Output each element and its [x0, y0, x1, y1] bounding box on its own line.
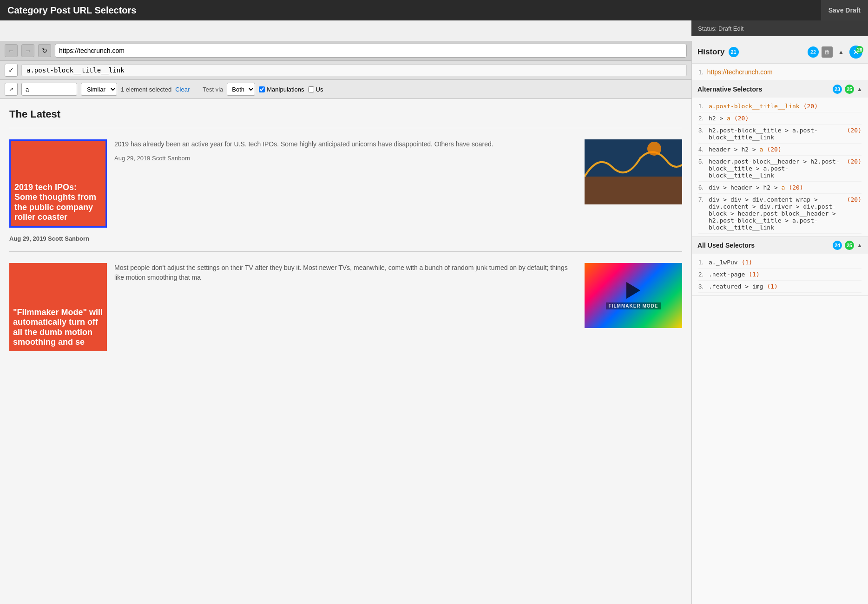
match-mode-select[interactable]: Similar	[81, 83, 117, 96]
all-used-selectors-title: All Used Selectors	[697, 242, 830, 249]
up-arrow-icon[interactable]: ▲	[835, 46, 847, 58]
history-url-link[interactable]: https://techcrunch.com	[707, 68, 773, 76]
clear-button[interactable]: Clear	[175, 86, 190, 93]
article-date-below: Aug 29, 2019 Scott Sanborn	[9, 233, 682, 246]
alt-selectors-header[interactable]: Alternative Selectors 23 25 ▲	[692, 81, 868, 98]
refresh-icon: ↻	[42, 47, 47, 54]
all-used-count: 25	[845, 241, 854, 250]
collapse-arrow-icon[interactable]: ▲	[857, 86, 862, 92]
close-button[interactable]: 26 ✕	[849, 46, 862, 59]
sel-num-5: 5.	[698, 158, 707, 165]
sel-text-4: header > h2 > a	[709, 146, 763, 153]
alt-selectors-list: 1. a.post-block__title__link (20) 2. h2 …	[692, 98, 868, 236]
article-image-2: FILMMAKER MODE	[585, 263, 682, 328]
url-input[interactable]	[55, 44, 687, 58]
sel-num-6: 6.	[698, 184, 707, 191]
article-item-2: "Filmmaker Mode" will automatically turn…	[9, 257, 682, 357]
article-thumb-title-1: 2019 tech IPOs: Some thoughts from the p…	[14, 183, 102, 223]
confirm-selector-button[interactable]: ✓	[5, 64, 18, 77]
browser-panel: ← → ↻ ✓ a.post-block__title__link ↗ Si	[0, 41, 691, 604]
checkmark-icon: ✓	[8, 66, 14, 74]
alt-selector-7[interactable]: 7. div > div > div.content-wrap > div.co…	[698, 194, 861, 234]
manipulations-label: Manipulations	[267, 86, 304, 93]
alt-selector-4[interactable]: 4. header > h2 > a (20)	[698, 144, 861, 156]
test-mode-select[interactable]: Both	[227, 83, 255, 96]
manipulations-checkbox[interactable]	[259, 86, 265, 92]
svg-rect-1	[585, 177, 682, 204]
sel-text-2: h2 > a	[709, 115, 730, 122]
test-toolbar: ↗ Similar 1 element selected Clear Test …	[0, 80, 691, 99]
all-used-badge: 24	[833, 241, 842, 250]
external-link-button[interactable]: ↗	[5, 83, 18, 96]
used-selector-2[interactable]: 2. .next-page (1)	[698, 269, 861, 281]
selector-display: a.post-block__title__link	[21, 64, 687, 76]
article-date-author-1: Aug 29, 2019 Scott Sanborn	[114, 155, 577, 162]
browser-toolbar: ← → ↻	[0, 41, 691, 61]
filmmaker-label: FILMMAKER MODE	[606, 302, 661, 309]
used-count-1: (1)	[742, 259, 752, 266]
manipulations-group[interactable]: Manipulations	[259, 86, 304, 93]
forward-button[interactable]: →	[21, 44, 34, 57]
alt-selector-1[interactable]: 1. a.post-block__title__link (20)	[698, 100, 861, 112]
sel-num-1: 1.	[698, 103, 707, 110]
sel-num-4: 4.	[698, 146, 707, 153]
article-meta-1: 2019 has already been an active year for…	[114, 139, 577, 162]
used-text-2: .next-page	[709, 271, 745, 278]
sel-num-7: 7.	[698, 196, 707, 203]
right-panel: History 21 22 🗑 ▲ 26 ✕ 1. https://techcr…	[691, 41, 868, 604]
save-draft-label: Save Draft	[829, 7, 861, 14]
all-used-list: 1. a._1wPuv (1) 2. .next-page (1) 3. .fe…	[692, 254, 868, 295]
us-label: Us	[316, 86, 323, 93]
header-icons: 22 🗑 ▲ 26 ✕	[808, 46, 862, 59]
alt-selectors-section: Alternative Selectors 23 25 ▲ 1. a.post-…	[692, 81, 868, 237]
sel-num-3: 3.	[698, 127, 707, 134]
alt-selector-6[interactable]: 6. div > header > h2 > a (20)	[698, 182, 861, 194]
alt-selectors-title: Alternative Selectors	[697, 85, 830, 93]
refresh-button[interactable]: ↻	[38, 44, 51, 57]
us-group[interactable]: Us	[308, 86, 323, 93]
browser-content[interactable]: The Latest 2019 tech IPOs: Some thoughts…	[0, 99, 691, 604]
used-num-1: 1.	[698, 259, 707, 266]
sel-count-6: (20)	[789, 184, 803, 191]
external-link-icon: ↗	[9, 86, 13, 92]
element-count: 1 element selected	[121, 86, 171, 93]
alt-selector-3[interactable]: 3. h2.post-block__title > a.post-block__…	[698, 125, 861, 144]
article-thumb-2[interactable]: "Filmmaker Mode" will automatically turn…	[9, 263, 107, 351]
header-badge-22: 22	[808, 46, 819, 58]
history-title: History	[697, 47, 725, 57]
sel-num-2: 2.	[698, 115, 707, 122]
close-badge: 26	[856, 46, 863, 53]
all-used-collapse-icon[interactable]: ▲	[857, 242, 862, 249]
used-selector-1[interactable]: 1. a._1wPuv (1)	[698, 256, 861, 269]
delete-icon[interactable]: 🗑	[822, 46, 833, 58]
used-selector-3[interactable]: 3. .featured > img (1)	[698, 281, 861, 293]
used-count-2: (1)	[749, 271, 759, 278]
alt-selector-2[interactable]: 2. h2 > a (20)	[698, 112, 861, 125]
all-used-selectors-section: All Used Selectors 24 25 ▲ 1. a._1wPuv (…	[692, 237, 868, 296]
alt-selector-5[interactable]: 5. header.post-block__header > h2.post-b…	[698, 156, 861, 182]
us-checkbox[interactable]	[308, 86, 314, 92]
history-url-num: 1.	[698, 69, 704, 76]
back-icon: ←	[8, 47, 14, 54]
article-snippet-2: Most people don't adjust the settings on…	[114, 263, 577, 282]
save-draft-bar: Save Draft	[821, 0, 868, 20]
back-button[interactable]: ←	[5, 44, 18, 57]
svg-point-2	[647, 142, 661, 156]
sel-text-5: header.post-block__header > h2.post-bloc…	[709, 158, 843, 179]
history-url-item: 1. https://techcrunch.com	[692, 64, 868, 81]
used-num-3: 3.	[698, 283, 707, 290]
alt-selectors-badge: 23	[833, 85, 842, 94]
page-header: Category Post URL Selectors Save Draft	[0, 0, 868, 20]
sel-count-1: (20)	[803, 103, 818, 110]
article-thumb-1[interactable]: 2019 tech IPOs: Some thoughts from the p…	[9, 139, 107, 228]
history-header: History 21 22 🗑 ▲ 26 ✕	[692, 41, 868, 64]
all-used-selectors-header[interactable]: All Used Selectors 24 25 ▲	[692, 237, 868, 254]
status-edit-label: Status: Draft Edit	[698, 25, 743, 32]
sel-text-1: a.post-block__title__link	[709, 103, 800, 110]
article-thumb-title-2: "Filmmaker Mode" will automatically turn…	[13, 308, 103, 348]
article-item: 2019 tech IPOs: Some thoughts from the p…	[9, 134, 682, 233]
used-text-1: a._1wPuv	[709, 259, 738, 266]
close-icon: 26 ✕	[853, 48, 859, 56]
tag-filter-input[interactable]	[21, 83, 77, 96]
test-via-label: Test via	[203, 86, 223, 93]
